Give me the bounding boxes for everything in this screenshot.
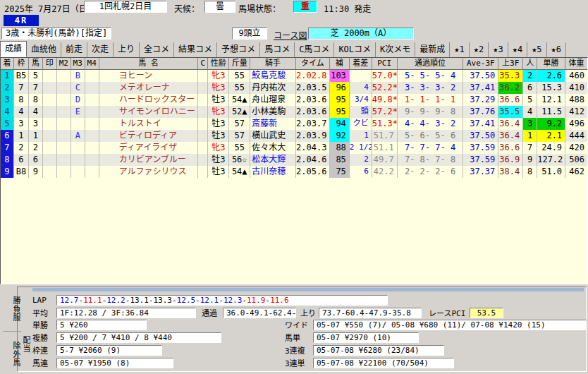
col-m4: M4: [85, 58, 99, 70]
cell-passing-order: 2- 2- 2- 6: [398, 166, 464, 178]
cell-passing-order: 5- 6- 5- 6: [398, 130, 464, 142]
cell-margin: 4: [350, 82, 372, 94]
cell-hosei: 75: [330, 166, 350, 178]
tab-4[interactable]: 次走: [87, 42, 114, 57]
table-row-3[interactable]: 388Dハードロックスター牡354▲舟山瑠泉2.03.6953/449.8*1-…: [1, 94, 587, 106]
cell-horse-number: 7: [29, 82, 43, 94]
cell-jockey: 佐々木大: [250, 142, 296, 154]
payout-label-left-1: 単勝: [32, 319, 56, 330]
cell-m4: [85, 142, 99, 154]
lap-segment: 12.7: [60, 296, 79, 305]
table-row-5[interactable]: 533トルストイ牡357斎藤新2.03.794クビ51.3*4- 4- 3- 2…: [1, 118, 587, 130]
col-last-3f: 上3F: [498, 58, 523, 70]
cell-hosei: 94: [330, 118, 350, 130]
course-map-link[interactable]: コース図: [274, 29, 307, 41]
cell-pci: 49.7: [372, 154, 398, 166]
cell-pci: 51.1: [372, 142, 398, 154]
table-row-8[interactable]: 866カリビアンブルー牡356☆松本大輝2.04.685249.77- 8- 7…: [1, 154, 587, 166]
cell-hosei: 96: [330, 82, 350, 94]
cell-pci: 57.0*: [372, 70, 398, 82]
tab-7[interactable]: 結果コメ: [174, 42, 217, 57]
payout-label-left-2: 複勝: [32, 332, 56, 343]
col-passing-order: 通過順位: [398, 58, 464, 70]
cell-mark: [43, 94, 57, 106]
cell-margin: 2 1/2: [350, 142, 372, 154]
cell-sex-age: 牡3: [208, 94, 229, 106]
cell-ave-3f: 37.50: [463, 70, 498, 82]
cell-last-3f: 36.4: [498, 118, 523, 130]
tab-6[interactable]: 全コメ: [140, 42, 174, 57]
payout-row-left-4: 馬連05-07 ¥1950 (8): [32, 356, 221, 369]
cell-m4: [85, 130, 99, 142]
cell-popularity: 9: [523, 154, 537, 166]
tab-17[interactable]: ★4: [508, 42, 527, 57]
cell-frame: B8: [14, 166, 29, 178]
tab-18[interactable]: ★5: [527, 42, 546, 57]
cell-passing-order: 7- 7- 7- 4: [398, 142, 464, 154]
cell-m2: [57, 94, 71, 106]
cell-frame: 1: [14, 130, 29, 142]
cell-time: 2.03.5: [296, 82, 330, 94]
cell-ave-3f: 37.59: [463, 142, 498, 154]
table-header-row: 着枠馬印M2M3M4馬 名C性齢斤量騎手タイム補着差PCI通過順位Ave-3F上…: [1, 58, 587, 70]
cell-horse-number: 6: [29, 154, 43, 166]
side-tab-excluded-horses[interactable]: 除外馬: [3, 331, 21, 374]
tab-10[interactable]: C馬コメ: [295, 42, 334, 57]
cell-horse-name: ハードロックスター: [99, 94, 199, 106]
cell-sex-age: 牝3: [208, 70, 229, 82]
cell-body-weight: 506: [565, 154, 587, 166]
cell-margin: 2: [350, 154, 372, 166]
cell-m4: [85, 106, 99, 118]
col-m3: M3: [71, 58, 85, 70]
payout-row-right-1: ワイド05-07 ¥550 (7)/ 05-08 ¥680 (11)/ 07-0…: [285, 318, 587, 331]
cell-m4: [85, 118, 99, 130]
tab-1[interactable]: 成績: [0, 41, 27, 57]
closing-label: 上り: [300, 307, 319, 318]
cell-ave-3f: 37.41: [463, 118, 498, 130]
tab-3[interactable]: 前走: [61, 42, 87, 57]
cell-win-odds: 11.5: [537, 106, 565, 118]
payout-value-right-2: 05-07 ¥2970 (10): [313, 332, 419, 343]
cell-hosei: 95: [330, 106, 350, 118]
cell-m3: E: [71, 106, 85, 118]
tab-11[interactable]: KOLコメ: [334, 42, 376, 57]
cell-m4: [85, 70, 99, 82]
cell-popularity: 6: [523, 82, 537, 94]
tab-5[interactable]: 上り: [114, 42, 140, 57]
cell-body-weight: 410: [565, 82, 587, 94]
tab-13[interactable]: 最新成: [415, 42, 450, 57]
cell-m2: [57, 118, 71, 130]
table-row-1[interactable]: 1B55Bヨヒーン牝355鮫島克駿2.02.810357.0*5- 5- 5- …: [1, 70, 587, 82]
tab-19[interactable]: ★6: [547, 42, 566, 57]
tab-8[interactable]: 予想コメ: [217, 42, 260, 57]
cell-popularity: 7: [523, 142, 537, 154]
tab-9[interactable]: 馬コメ: [260, 42, 295, 57]
race-date: 2025年 7月27日（日）: [4, 2, 96, 14]
cell-time: 2.03.7: [296, 118, 330, 130]
tab-12[interactable]: K次メモ: [376, 42, 415, 57]
cell-m2: [57, 106, 71, 118]
table-row-4[interactable]: 444Eサイモンイロハニー牝352▲小林美駒2.03.695頭57.2*9- 9…: [1, 106, 587, 118]
payout-row-left-3: 枠連5-7 ¥2060 (9): [32, 344, 221, 356]
cell-hosei: 95: [330, 94, 350, 106]
table-row-6[interactable]: 611Aビティロディア牡357横山武史2.03.992151.75- 6- 5-…: [1, 130, 587, 142]
tab-16[interactable]: ★3: [489, 42, 508, 57]
table-row-2[interactable]: 277Cメテオレーナ牝355丹内祐次2.03.596452.2*3- 3- 3-…: [1, 82, 587, 94]
cell-sex-age: 牡3: [208, 154, 229, 166]
side-tab-silks[interactable]: 勝負服: [3, 290, 21, 328]
tab-2[interactable]: 血統他: [27, 42, 61, 57]
cell-popularity: 8: [523, 166, 537, 178]
cell-frame: 7: [14, 82, 29, 94]
cell-horse-name: サイモンイロハニー: [99, 106, 199, 118]
cell-m2: [57, 166, 71, 178]
cell-ave-3f: 37.37: [463, 166, 498, 178]
cell-horse-name: アルファシリウス: [99, 166, 199, 178]
payout-group-label: 配当: [21, 319, 31, 370]
start-time: 11:30 発走: [324, 2, 371, 14]
tab-15[interactable]: ★2: [470, 42, 489, 57]
cell-weight: 55: [229, 70, 250, 82]
table-row-7[interactable]: 722ディアイライザ牝355佐々木大2.04.3882 1/251.17- 7-…: [1, 142, 587, 154]
tab-14[interactable]: ★1: [450, 42, 469, 57]
table-row-9[interactable]: 9B89アルファシリウス牡354▲古川奈穂2.05.675642.22- 2- …: [1, 166, 587, 178]
cell-margin: [350, 70, 372, 82]
